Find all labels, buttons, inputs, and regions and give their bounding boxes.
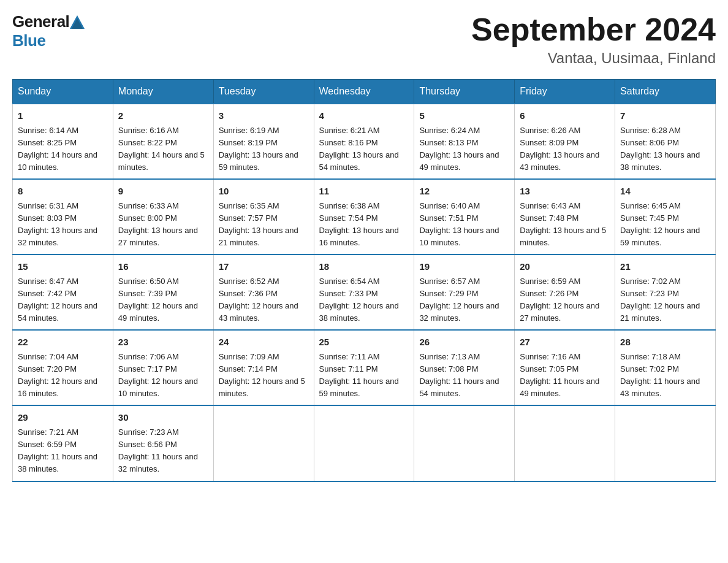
day-info: Sunrise: 6:28 AMSunset: 8:06 PMDaylight:… bbox=[620, 124, 710, 174]
calendar-cell: 10Sunrise: 6:35 AMSunset: 7:57 PMDayligh… bbox=[213, 179, 314, 255]
day-info: Sunrise: 7:23 AMSunset: 6:56 PMDaylight:… bbox=[118, 426, 208, 476]
day-number: 11 bbox=[319, 185, 409, 199]
calendar-cell bbox=[314, 405, 414, 481]
day-info: Sunrise: 6:14 AMSunset: 8:25 PMDaylight:… bbox=[18, 124, 108, 174]
day-info: Sunrise: 6:21 AMSunset: 8:16 PMDaylight:… bbox=[319, 124, 409, 174]
calendar-cell: 22Sunrise: 7:04 AMSunset: 7:20 PMDayligh… bbox=[13, 330, 113, 405]
day-number: 21 bbox=[620, 260, 710, 274]
day-number: 1 bbox=[18, 109, 108, 123]
day-info: Sunrise: 7:18 AMSunset: 7:02 PMDaylight:… bbox=[620, 351, 710, 400]
day-info: Sunrise: 6:38 AMSunset: 7:54 PMDaylight:… bbox=[319, 200, 409, 250]
day-info: Sunrise: 6:31 AMSunset: 8:03 PMDaylight:… bbox=[18, 200, 108, 250]
calendar-cell: 11Sunrise: 6:38 AMSunset: 7:54 PMDayligh… bbox=[314, 179, 414, 255]
header: General Blue September 2024 Vantaa, Uusi… bbox=[12, 12, 716, 67]
header-cell-wednesday: Wednesday bbox=[314, 80, 414, 104]
day-number: 16 bbox=[118, 260, 208, 274]
day-info: Sunrise: 6:16 AMSunset: 8:22 PMDaylight:… bbox=[118, 124, 208, 174]
day-info: Sunrise: 6:50 AMSunset: 7:39 PMDaylight:… bbox=[118, 275, 208, 325]
header-cell-sunday: Sunday bbox=[13, 80, 113, 104]
calendar-cell: 27Sunrise: 7:16 AMSunset: 7:05 PMDayligh… bbox=[515, 330, 615, 405]
calendar-cell bbox=[615, 405, 716, 481]
day-number: 19 bbox=[419, 260, 509, 274]
day-info: Sunrise: 7:06 AMSunset: 7:17 PMDaylight:… bbox=[118, 351, 208, 400]
day-number: 8 bbox=[18, 185, 108, 199]
calendar-cell: 19Sunrise: 6:57 AMSunset: 7:29 PMDayligh… bbox=[414, 255, 515, 330]
day-info: Sunrise: 7:02 AMSunset: 7:23 PMDaylight:… bbox=[620, 275, 710, 325]
calendar-cell: 29Sunrise: 7:21 AMSunset: 6:59 PMDayligh… bbox=[13, 405, 113, 481]
day-number: 6 bbox=[520, 109, 610, 123]
day-info: Sunrise: 7:04 AMSunset: 7:20 PMDaylight:… bbox=[18, 351, 108, 400]
day-number: 15 bbox=[18, 260, 108, 274]
day-number: 26 bbox=[419, 335, 509, 350]
calendar-week-row: 29Sunrise: 7:21 AMSunset: 6:59 PMDayligh… bbox=[13, 405, 716, 481]
logo: General Blue bbox=[12, 12, 85, 50]
header-cell-tuesday: Tuesday bbox=[213, 80, 314, 104]
day-info: Sunrise: 7:21 AMSunset: 6:59 PMDaylight:… bbox=[18, 426, 108, 476]
day-number: 22 bbox=[18, 335, 108, 350]
calendar-cell: 7Sunrise: 6:28 AMSunset: 8:06 PMDaylight… bbox=[615, 104, 716, 179]
calendar-cell: 24Sunrise: 7:09 AMSunset: 7:14 PMDayligh… bbox=[213, 330, 314, 405]
calendar-cell: 14Sunrise: 6:45 AMSunset: 7:45 PMDayligh… bbox=[615, 179, 716, 255]
calendar-cell: 1Sunrise: 6:14 AMSunset: 8:25 PMDaylight… bbox=[13, 104, 113, 179]
calendar-cell: 4Sunrise: 6:21 AMSunset: 8:16 PMDaylight… bbox=[314, 104, 414, 179]
day-number: 20 bbox=[520, 260, 610, 274]
calendar-cell: 2Sunrise: 6:16 AMSunset: 8:22 PMDaylight… bbox=[113, 104, 213, 179]
header-cell-friday: Friday bbox=[515, 80, 615, 104]
day-number: 12 bbox=[419, 185, 509, 199]
day-info: Sunrise: 7:11 AMSunset: 7:11 PMDaylight:… bbox=[319, 351, 409, 400]
day-number: 28 bbox=[620, 335, 710, 350]
day-info: Sunrise: 6:26 AMSunset: 8:09 PMDaylight:… bbox=[520, 124, 610, 174]
logo-icon bbox=[70, 15, 85, 29]
day-info: Sunrise: 6:24 AMSunset: 8:13 PMDaylight:… bbox=[419, 124, 509, 174]
day-number: 29 bbox=[18, 411, 108, 425]
calendar-cell bbox=[515, 405, 615, 481]
day-number: 7 bbox=[620, 109, 710, 123]
day-number: 3 bbox=[219, 109, 309, 123]
calendar-cell bbox=[414, 405, 515, 481]
day-info: Sunrise: 6:33 AMSunset: 8:00 PMDaylight:… bbox=[118, 200, 208, 250]
day-info: Sunrise: 6:35 AMSunset: 7:57 PMDaylight:… bbox=[219, 200, 309, 250]
header-cell-saturday: Saturday bbox=[615, 80, 716, 104]
day-info: Sunrise: 6:19 AMSunset: 8:19 PMDaylight:… bbox=[219, 124, 309, 174]
header-cell-monday: Monday bbox=[113, 80, 213, 104]
calendar-cell: 5Sunrise: 6:24 AMSunset: 8:13 PMDaylight… bbox=[414, 104, 515, 179]
calendar-cell: 9Sunrise: 6:33 AMSunset: 8:00 PMDaylight… bbox=[113, 179, 213, 255]
logo-general-text: General bbox=[12, 12, 69, 31]
day-info: Sunrise: 6:45 AMSunset: 7:45 PMDaylight:… bbox=[620, 200, 710, 250]
day-number: 13 bbox=[520, 185, 610, 199]
calendar-cell: 3Sunrise: 6:19 AMSunset: 8:19 PMDaylight… bbox=[213, 104, 314, 179]
calendar-cell: 28Sunrise: 7:18 AMSunset: 7:02 PMDayligh… bbox=[615, 330, 716, 405]
day-info: Sunrise: 6:54 AMSunset: 7:33 PMDaylight:… bbox=[319, 275, 409, 325]
calendar-cell: 17Sunrise: 6:52 AMSunset: 7:36 PMDayligh… bbox=[213, 255, 314, 330]
calendar-cell: 13Sunrise: 6:43 AMSunset: 7:48 PMDayligh… bbox=[515, 179, 615, 255]
title-area: September 2024 Vantaa, Uusimaa, Finland bbox=[471, 12, 716, 67]
day-info: Sunrise: 7:16 AMSunset: 7:05 PMDaylight:… bbox=[520, 351, 610, 400]
day-info: Sunrise: 7:09 AMSunset: 7:14 PMDaylight:… bbox=[219, 351, 309, 400]
day-info: Sunrise: 6:59 AMSunset: 7:26 PMDaylight:… bbox=[520, 275, 610, 325]
day-number: 4 bbox=[319, 109, 409, 123]
calendar-week-row: 22Sunrise: 7:04 AMSunset: 7:20 PMDayligh… bbox=[13, 330, 716, 405]
calendar-cell: 12Sunrise: 6:40 AMSunset: 7:51 PMDayligh… bbox=[414, 179, 515, 255]
day-number: 30 bbox=[118, 411, 208, 425]
day-number: 2 bbox=[118, 109, 208, 123]
logo-blue-text: Blue bbox=[12, 31, 45, 50]
calendar-cell: 18Sunrise: 6:54 AMSunset: 7:33 PMDayligh… bbox=[314, 255, 414, 330]
day-number: 24 bbox=[219, 335, 309, 350]
calendar-cell: 23Sunrise: 7:06 AMSunset: 7:17 PMDayligh… bbox=[113, 330, 213, 405]
calendar-cell: 20Sunrise: 6:59 AMSunset: 7:26 PMDayligh… bbox=[515, 255, 615, 330]
calendar-cell: 30Sunrise: 7:23 AMSunset: 6:56 PMDayligh… bbox=[113, 405, 213, 481]
calendar-table: SundayMondayTuesdayWednesdayThursdayFrid… bbox=[12, 79, 716, 481]
day-number: 18 bbox=[319, 260, 409, 274]
calendar-cell: 26Sunrise: 7:13 AMSunset: 7:08 PMDayligh… bbox=[414, 330, 515, 405]
day-number: 23 bbox=[118, 335, 208, 350]
day-info: Sunrise: 6:43 AMSunset: 7:48 PMDaylight:… bbox=[520, 200, 610, 250]
day-info: Sunrise: 7:13 AMSunset: 7:08 PMDaylight:… bbox=[419, 351, 509, 400]
day-number: 5 bbox=[419, 109, 509, 123]
day-info: Sunrise: 6:57 AMSunset: 7:29 PMDaylight:… bbox=[419, 275, 509, 325]
day-info: Sunrise: 6:52 AMSunset: 7:36 PMDaylight:… bbox=[219, 275, 309, 325]
day-number: 25 bbox=[319, 335, 409, 350]
day-number: 10 bbox=[219, 185, 309, 199]
calendar-week-row: 15Sunrise: 6:47 AMSunset: 7:42 PMDayligh… bbox=[13, 255, 716, 330]
calendar-cell bbox=[213, 405, 314, 481]
day-number: 17 bbox=[219, 260, 309, 274]
